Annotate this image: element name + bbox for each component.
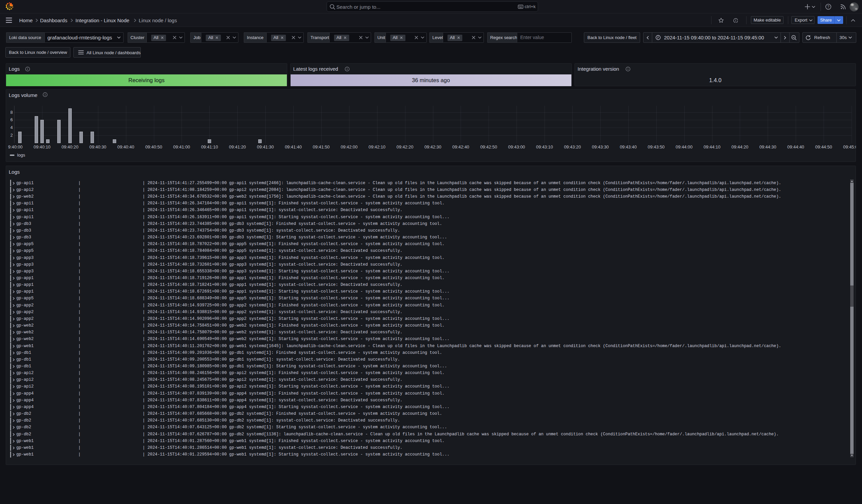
- svg-text:?: ?: [827, 5, 830, 9]
